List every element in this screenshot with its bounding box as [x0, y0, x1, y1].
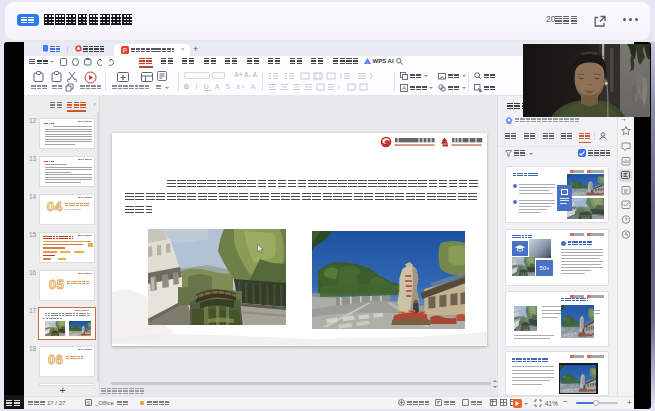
svg-text:A: A [402, 85, 406, 91]
svg-text:P: P [122, 46, 126, 53]
